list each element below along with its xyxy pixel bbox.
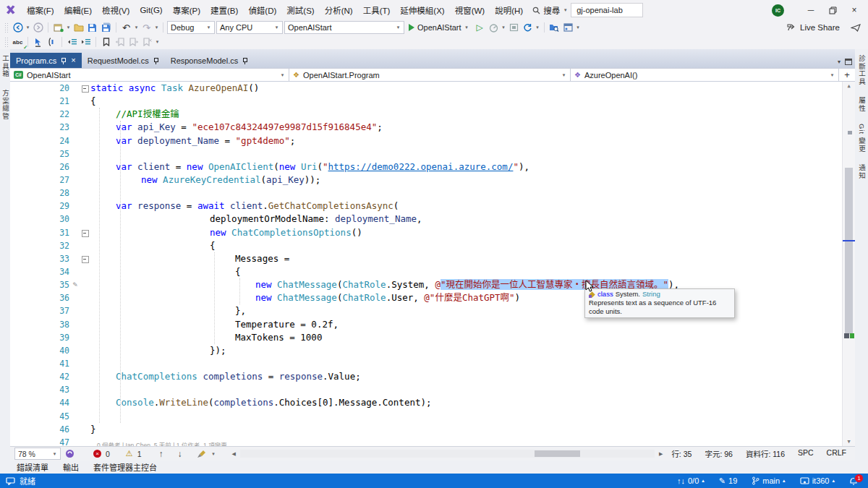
code-line[interactable]: 34{ (10, 265, 843, 278)
line-number[interactable]: 28 (10, 187, 71, 200)
split-window-button[interactable]: + (839, 69, 855, 81)
panel-tab-套件管理器主控台[interactable]: 套件管理器主控台 (87, 461, 163, 473)
line-number[interactable]: 37 (10, 304, 71, 317)
line-number[interactable]: 26 (10, 160, 71, 174)
unpushed-edits-button[interactable]: ✎ 19 (719, 476, 737, 486)
line-number[interactable]: 29 (10, 200, 71, 213)
code-line[interactable]: 27new AzureKeyCredential(api_Key)); (10, 174, 843, 187)
zoom-dropdown[interactable]: 78 %▾ (14, 448, 61, 460)
code-line[interactable]: 33Messages = (10, 252, 843, 265)
line-number[interactable]: 30 (10, 213, 71, 226)
tab-program-cs[interactable]: Program.cs× (10, 53, 82, 68)
toggle-bookmark-icon[interactable] (100, 36, 112, 48)
code-line[interactable]: 44Console.WriteLine(completions.Choices[… (10, 396, 843, 409)
close-button[interactable]: × (843, 1, 865, 19)
toolbar-options-icon[interactable]: ▾ (155, 39, 160, 45)
redo-caret-icon[interactable]: ▾ (154, 25, 159, 30)
code-lines[interactable]: 20static async Task AzureOpenAI()21{22//… (10, 82, 843, 446)
toolbar-grip[interactable] (4, 22, 9, 33)
warning-count[interactable]: 1 (137, 450, 142, 458)
startup-project-dropdown[interactable]: OpenAIStart▾ (284, 21, 404, 34)
start-debugging-button[interactable]: OpenAIStart ▾ (406, 23, 472, 32)
member-dropdown[interactable]: ❖ AzureOpenAI() ▾ (571, 69, 839, 81)
navigate-back-caret-icon[interactable]: ▾ (25, 25, 30, 30)
line-number[interactable]: 39 (10, 331, 71, 344)
navigate-back-icon[interactable] (12, 22, 24, 33)
codelens-info[interactable]: 0 個參考 | Ian Chen, 5 天前 | 1 位作者, 1 項變更 (97, 440, 227, 446)
save-all-icon[interactable] (100, 22, 112, 33)
new-project-caret-icon[interactable]: ▾ (66, 25, 71, 30)
line-number[interactable]: 38 (10, 318, 71, 331)
project-dropdown[interactable]: C# OpenAIStart ▾ (10, 69, 289, 81)
code-line[interactable]: 42ChatCompletions completions = response… (10, 370, 843, 383)
scroll-right-icon[interactable]: ▶ (659, 451, 663, 457)
code-line[interactable]: 28 (10, 187, 843, 200)
panel-tab-輸出[interactable]: 輸出 (56, 461, 85, 473)
save-icon[interactable] (86, 22, 98, 33)
sync-commits-button[interactable]: ↑↓ 0/0 ▴ (677, 476, 705, 485)
next-bookmark-icon[interactable] (127, 36, 140, 48)
toolbar-options-icon[interactable]: ▾ (576, 25, 581, 30)
warning-icon[interactable]: ⚠ (126, 449, 133, 458)
menu-item[interactable]: 偵錯(D) (243, 4, 281, 16)
search-caret-icon[interactable]: ▾ (563, 7, 568, 13)
line-number[interactable]: 41 (10, 357, 71, 370)
dock-tab-Git 變更[interactable]: Git 變更 (856, 124, 867, 153)
code-cleanup-icon[interactable] (197, 450, 207, 458)
pin-icon[interactable] (153, 57, 159, 64)
menu-item[interactable]: Git(G) (135, 6, 167, 14)
code-cleanup-caret-icon[interactable]: ▾ (211, 451, 216, 457)
code-line[interactable]: 39MaxTokens = 1000 (10, 331, 843, 344)
code-line[interactable]: 38Temperature = 0.2f, (10, 318, 843, 331)
error-icon[interactable]: × (93, 450, 101, 458)
navigate-forward-icon[interactable] (32, 22, 44, 33)
code-editor[interactable]: 20static async Task AzureOpenAI()21{22//… (10, 82, 855, 446)
line-number[interactable]: 36 (10, 291, 71, 304)
menu-item[interactable]: 編輯(E) (59, 4, 97, 16)
scroll-left-icon[interactable]: ◀ (232, 451, 236, 457)
line-number[interactable]: 20 (10, 82, 71, 95)
health-indicator-icon[interactable] (65, 449, 75, 458)
panel-tab-錯誤清單[interactable]: 錯誤清單 (10, 461, 55, 473)
menu-item[interactable]: 測試(S) (281, 4, 319, 16)
code-line[interactable]: 31new ChatCompletionsOptions() (10, 226, 843, 239)
search-control[interactable]: 搜尋 ▾ gj-openai-lab (532, 3, 643, 17)
search-input[interactable]: gj-openai-lab (571, 3, 643, 17)
active-files-caret-icon[interactable]: ▾ (838, 59, 841, 65)
line-number[interactable]: 22 (10, 108, 71, 121)
indent-mode[interactable]: SPC (798, 448, 814, 459)
feedback-icon[interactable] (6, 477, 15, 485)
hot-reload-caret-icon[interactable]: ▾ (535, 25, 540, 30)
menu-item[interactable]: 延伸模組(X) (395, 4, 449, 16)
line-number[interactable]: 23 (10, 121, 71, 134)
type-dropdown[interactable]: ❖ OpenAIStart.Program ▾ (289, 69, 571, 81)
decrease-indent-icon[interactable] (66, 36, 78, 48)
previous-bookmark-icon[interactable] (114, 36, 126, 48)
hot-reload-icon[interactable] (522, 22, 534, 33)
dock-tab-工具箱[interactable]: 工具箱 (0, 55, 10, 78)
configuration-dropdown[interactable]: Debug▾ (167, 21, 215, 34)
fold-marker[interactable] (80, 252, 90, 265)
scroll-up-icon[interactable]: ▲ (843, 83, 855, 89)
code-line[interactable]: 29var response = await client.GetChatCom… (10, 200, 843, 213)
scrollbar-thumb[interactable] (845, 168, 853, 334)
tab-responsemodel-cs[interactable]: ResponseModel.cs (165, 53, 255, 68)
line-number[interactable]: 42 (10, 370, 71, 383)
notifications-button[interactable]: 1 (849, 476, 858, 486)
menu-item[interactable]: 工具(T) (358, 4, 396, 16)
line-number[interactable]: 33 (10, 252, 71, 265)
menu-item[interactable]: 檢視(V) (97, 4, 135, 16)
code-line[interactable]: 25 (10, 147, 843, 160)
toolbar-grip[interactable] (4, 37, 9, 47)
menu-item[interactable]: 分析(N) (320, 4, 358, 16)
code-line[interactable]: 46} (10, 423, 843, 436)
code-line[interactable]: 30deploymentOrModelName: deployment_Name… (10, 213, 843, 226)
send-feedback-icon[interactable] (851, 24, 861, 32)
start-without-debugging-icon[interactable]: ▷ (474, 22, 486, 33)
line-number[interactable]: 25 (10, 147, 71, 160)
redo-icon[interactable]: ↷ (140, 22, 153, 33)
line-number[interactable]: 46 (10, 423, 71, 436)
code-line[interactable]: 23var api_Key = "ece107c84324497e9987d15… (10, 121, 843, 134)
repository-button[interactable]: it360 ▴ (800, 476, 835, 485)
open-folder-icon[interactable] (72, 22, 85, 33)
